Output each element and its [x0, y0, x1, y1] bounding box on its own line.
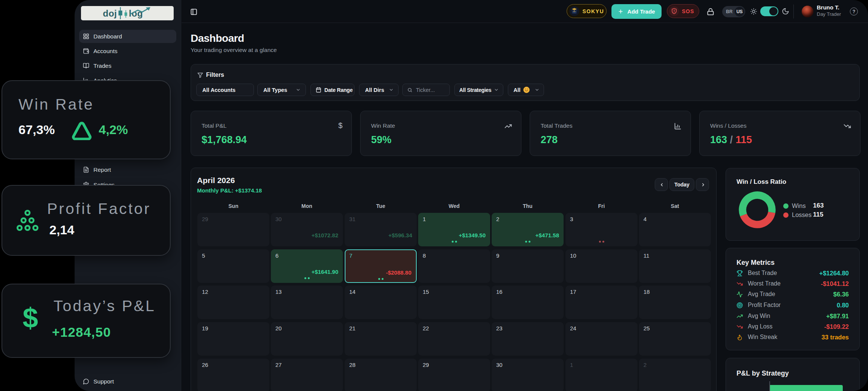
svg-text:doj: doj [103, 8, 117, 18]
